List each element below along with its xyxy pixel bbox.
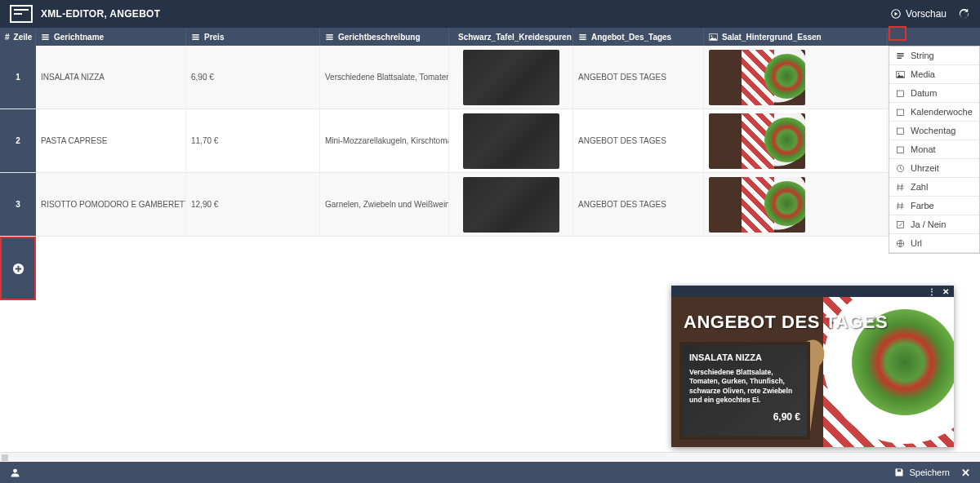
col-gerichtbeschreibung[interactable]: Gerichtbeschreibung xyxy=(320,28,449,46)
salad-thumb xyxy=(709,113,805,169)
table-body: 1 INSALATA NIZZA 6,90 € Verschiedene Bla… xyxy=(0,46,980,300)
col-schwarz-tafel[interactable]: Schwarz_Tafel_Kreidespuren xyxy=(449,28,573,46)
cell-beschreibung[interactable]: Garnelen, Zwiebeln und Weißwein in Tor xyxy=(320,173,449,236)
preview-panel: ⋮ ✕ ANGEBOT DES TAGES INSALATA NIZZA Ver… xyxy=(671,286,954,300)
svg-rect-8 xyxy=(897,91,903,97)
list-icon xyxy=(578,33,587,42)
row-number[interactable]: 1 xyxy=(0,46,36,109)
svg-point-7 xyxy=(898,73,900,74)
preview-titlebar: ⋮ ✕ xyxy=(671,286,954,297)
calendar-icon xyxy=(896,145,905,154)
cell-angebot[interactable]: ANGEBOT DES TAGES xyxy=(573,46,704,109)
dropdown-item-uhrzeit[interactable]: Uhrzeit xyxy=(889,159,979,178)
play-icon xyxy=(891,9,901,19)
cell-preis[interactable]: 12,90 € xyxy=(186,173,320,236)
chalkboard-thumb xyxy=(463,113,559,169)
app-title: XML-EDITOR, ANGEBOT xyxy=(41,8,160,20)
cell-chalkboard-image[interactable] xyxy=(449,173,573,236)
clock-icon xyxy=(896,164,905,173)
list-icon xyxy=(191,33,200,42)
col-gerichtname[interactable]: Gerichtname xyxy=(36,28,186,46)
salad-thumb xyxy=(709,177,805,233)
check-icon xyxy=(896,220,905,229)
chalkboard-thumb xyxy=(463,50,559,105)
cell-preis[interactable]: 11,70 € xyxy=(186,109,320,172)
svg-rect-9 xyxy=(897,109,903,116)
dropdown-item-zahl[interactable]: Zahl xyxy=(889,178,979,197)
col-salat-hintergrund[interactable]: Salat_Hintergrund_Essen xyxy=(704,28,888,46)
globe-icon xyxy=(896,239,905,248)
cell-gerichtname[interactable]: RISOTTO POMODORO E GAMBERETTI xyxy=(36,173,186,236)
column-type-dropdown: String Media Datum Kalenderwoche Wochent… xyxy=(889,46,980,254)
row-number[interactable]: 3 xyxy=(0,173,36,236)
svg-rect-11 xyxy=(897,147,903,153)
col-preis[interactable]: Preis xyxy=(186,28,320,46)
calendar-icon xyxy=(896,126,905,135)
preview-close-icon[interactable]: ✕ xyxy=(942,287,949,296)
preview-button-label: Vorschau xyxy=(906,8,947,20)
col-zeile[interactable]: #Zeile xyxy=(0,28,36,46)
row-number[interactable]: 2 xyxy=(0,109,36,172)
table-row: 1 INSALATA NIZZA 6,90 € Verschiedene Bla… xyxy=(0,46,980,109)
col-angebot[interactable]: Angebot_Des_Tages xyxy=(573,28,704,46)
dropdown-item-kalenderwoche[interactable]: Kalenderwoche xyxy=(889,103,979,122)
calendar-icon xyxy=(896,89,905,98)
hash-icon xyxy=(896,183,905,192)
topbar: XML-EDITOR, ANGEBOT Vorschau xyxy=(0,0,980,28)
dropdown-item-monat[interactable]: Monat xyxy=(889,140,979,159)
dropdown-item-string[interactable]: String xyxy=(889,47,979,65)
dropdown-item-farbe[interactable]: Farbe xyxy=(889,197,979,215)
add-row-button[interactable] xyxy=(0,237,36,300)
svg-point-4 xyxy=(711,35,713,37)
reload-icon[interactable] xyxy=(958,8,970,20)
hash-icon xyxy=(896,202,905,210)
image-icon xyxy=(709,33,718,42)
dropdown-item-url[interactable]: Url xyxy=(889,234,979,253)
dropdown-item-datum[interactable]: Datum xyxy=(889,84,979,103)
preview-button[interactable]: Vorschau xyxy=(891,8,947,20)
list-icon xyxy=(41,33,50,42)
cell-gerichtname[interactable]: INSALATA NIZZA xyxy=(36,46,186,109)
cell-beschreibung[interactable]: Mini-Mozzarellakugeln, Kirschtomaten, P xyxy=(320,109,449,172)
table-row: 3 RISOTTO POMODORO E GAMBERETTI 12,90 € … xyxy=(0,173,980,237)
cell-salad-image[interactable] xyxy=(704,109,888,172)
cell-salad-image[interactable] xyxy=(704,173,888,236)
salad-thumb xyxy=(709,50,805,105)
cell-gerichtname[interactable]: PASTA CAPRESE xyxy=(36,109,186,172)
image-icon xyxy=(896,70,905,79)
add-column-button[interactable] xyxy=(889,26,906,41)
calendar-icon xyxy=(896,108,905,117)
dropdown-item-janein[interactable]: Ja / Nein xyxy=(889,215,979,234)
text-icon xyxy=(896,51,905,60)
preview-menu-icon[interactable]: ⋮ xyxy=(928,287,936,296)
chalkboard-thumb xyxy=(463,177,559,233)
table-row: 2 PASTA CAPRESE 11,70 € Mini-Mozzarellak… xyxy=(0,109,980,173)
cell-preis[interactable]: 6,90 € xyxy=(186,46,320,109)
cell-angebot[interactable]: ANGEBOT DES TAGES xyxy=(573,109,704,172)
list-icon xyxy=(325,33,334,42)
cell-beschreibung[interactable]: Verschiedene Blattsalate, Tomaten, Gurk xyxy=(320,46,449,109)
app-logo-icon xyxy=(10,5,33,23)
table-header: #Zeile Gerichtname Preis Gerichtbeschrei… xyxy=(0,28,980,46)
dropdown-item-wochentag[interactable]: Wochentag xyxy=(889,122,979,140)
cell-angebot[interactable]: ANGEBOT DES TAGES xyxy=(573,173,704,236)
cell-chalkboard-image[interactable] xyxy=(449,46,573,109)
cell-chalkboard-image[interactable] xyxy=(449,109,573,172)
dropdown-item-media[interactable]: Media xyxy=(889,65,979,84)
svg-rect-10 xyxy=(897,128,903,135)
cell-salad-image[interactable] xyxy=(704,46,888,109)
plus-circle-icon xyxy=(12,263,24,275)
